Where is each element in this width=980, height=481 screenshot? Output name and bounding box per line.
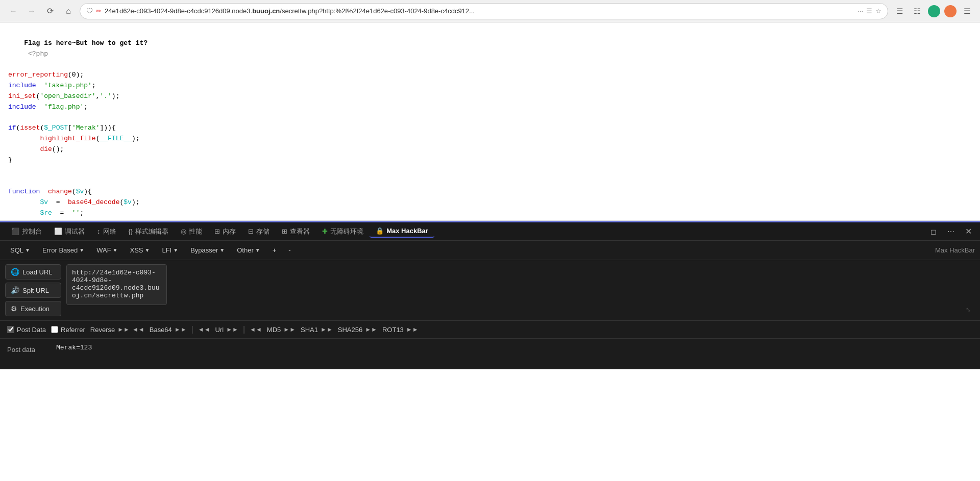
tab-network-label: 网络 [103,227,116,236]
sha1-btn[interactable]: ►► [321,326,333,333]
menu-xss[interactable]: XSS ▼ [125,244,155,256]
tab-style-editor[interactable]: {} 样式编辑器 [122,225,175,238]
referrer-checkbox[interactable] [51,326,58,333]
spit-url-button[interactable]: 🔊 Spit URL [5,283,61,298]
tab-inspector[interactable]: ⊞ 查看器 [276,225,316,238]
rot13-btn[interactable]: ►► [406,326,419,333]
url-item: Url ►► | ◄◄ [215,325,262,334]
lfi-label: LFI [162,246,172,254]
error-based-arrow: ▼ [79,247,84,253]
tab-console-label: 控制台 [22,227,42,236]
hackbar-url-section: 🌐 Load URL 🔊 Spit URL ⚙ Execution http:/… [0,260,980,320]
tab-console[interactable]: ⬛ 控制台 [5,225,48,238]
reader-icon: ☰ [866,7,872,15]
tab-debugger[interactable]: ⬜ 调试器 [48,225,91,238]
xss-label: XSS [130,246,143,254]
browser-actions: ☰ ☷ ☰ [892,4,974,18]
postdata-section-label: Post data [7,344,48,353]
remove-label: - [288,246,290,254]
menu-other[interactable]: Other ▼ [232,244,265,256]
more-icon: ··· [857,7,863,15]
home-button[interactable]: ⌂ [61,4,76,18]
load-url-label: Load URL [22,268,53,276]
style-icon: {} [129,227,133,235]
url-decode-btn[interactable]: ◄◄ [250,326,262,333]
reverse-item: Reverse ►► ◄◄ [90,326,144,334]
tab-style-label: 样式编辑器 [135,227,168,236]
post-data-label: Post Data [17,326,46,334]
url-input[interactable]: http://24e1d62e-c093-4024-9d8e-c4cdc9126… [66,264,167,305]
more-options-button[interactable]: ⋯ [944,225,958,238]
debugger-icon: ⬜ [54,227,62,235]
tab-accessibility[interactable]: ✚ 无障碍环境 [316,225,370,238]
devtools-right-actions: ◻ ⋯ ✕ [927,225,975,238]
tab-performance-label: 性能 [189,227,202,236]
md5-btn[interactable]: ►► [283,326,296,333]
waf-arrow: ▼ [113,247,118,253]
base64-decode-btn[interactable]: ◄◄ [198,326,210,333]
menu-sql[interactable]: SQL ▼ [5,244,35,256]
profile-avatar[interactable] [944,5,957,17]
menu-remove[interactable]: - [283,244,296,256]
forward-button[interactable]: → [24,4,39,18]
menu-bypasser[interactable]: Bypasser ▼ [185,244,230,256]
menu-lfi[interactable]: LFI ▼ [157,244,183,256]
account-button[interactable] [927,4,941,18]
referrer-toggle[interactable]: Referrer [51,326,85,334]
domain-bold: buuoj.cn [252,7,280,15]
base64-encode-btn[interactable]: ►► [175,326,187,333]
post-data-checkbox[interactable] [7,326,14,333]
tab-inspector-label: 查看器 [290,227,310,236]
code-display: Flag is here~But how to get it? <?php er… [0,22,980,221]
execution-icon: ⚙ [11,305,17,313]
address-bar[interactable]: 🛡 ✏ 24e1d62e-c093-4024-9d8e-c4cdc9126d09… [80,3,888,19]
url-encode-btn[interactable]: ►► [226,326,238,333]
menu-add[interactable]: + [267,244,282,256]
reload-button[interactable]: ⟳ [43,4,57,18]
tab-hackbar[interactable]: 🔒 Max HackBar [370,225,434,238]
sha256-btn[interactable]: ►► [365,326,377,333]
hackbar-menu: SQL ▼ Error Based ▼ WAF ▼ XSS ▼ LFI ▼ By… [0,241,980,260]
brand-label: Max HackBar [935,246,975,254]
hackbar-action-buttons: 🌐 Load URL 🔊 Spit URL ⚙ Execution [5,264,61,316]
php-tag: <?php [24,50,48,58]
post-data-toggle[interactable]: Post Data [7,326,46,334]
star-icon: ☆ [875,7,881,15]
menu-error-based[interactable]: Error Based ▼ [37,244,89,256]
rot13-item: ROT13 ►► [382,326,419,334]
postdata-input[interactable] [56,344,973,351]
reverse-arrow-right[interactable]: ►► [117,326,130,333]
sync-button[interactable]: ☷ [910,4,924,18]
tab-network[interactable]: ↕ 网络 [91,225,122,238]
sha1-item: SHA1 ►► [301,326,333,334]
reverse-label: Reverse [90,326,115,334]
tab-performance[interactable]: ◎ 性能 [175,225,208,238]
back-button[interactable]: ← [6,4,20,18]
bypasser-arrow: ▼ [219,247,225,253]
tab-storage[interactable]: ⊟ 存储 [242,225,276,238]
devtools-bar: ⬛ 控制台 ⬜ 调试器 ↕ 网络 {} 样式编辑器 ◎ 性能 ⊞ 内存 ⊟ 存储… [0,221,980,241]
waf-label: WAF [96,246,111,254]
menu-button[interactable]: ☰ [960,4,974,18]
sha256-label: SHA256 [338,326,362,334]
hackbar-brand: Max HackBar [935,246,975,254]
tab-accessibility-label: 无障碍环境 [330,227,363,236]
bookmarks-button[interactable]: ☰ [892,4,906,18]
close-devtools-button[interactable]: ✕ [962,225,975,238]
hackbar-toolbar: Post Data Referrer Reverse ►► ◄◄ Base64 … [0,320,980,339]
base64-item: Base64 ►► | ◄◄ [150,325,210,334]
hackbar-postdata-section: Post data [0,339,980,369]
sha256-item: SHA256 ►► [338,326,377,334]
reverse-arrow-left[interactable]: ◄◄ [132,326,144,333]
storage-icon: ⊟ [248,227,254,235]
execution-button[interactable]: ⚙ Execution [5,301,61,316]
tab-memory[interactable]: ⊞ 内存 [208,225,242,238]
load-url-button[interactable]: 🌐 Load URL [5,264,61,280]
dock-button[interactable]: ◻ [927,225,940,238]
menu-waf[interactable]: WAF ▼ [91,244,122,256]
sql-label: SQL [10,246,23,254]
tab-debugger-label: 调试器 [65,227,85,236]
load-url-icon: 🌐 [11,268,19,276]
code-title: Flag is here~But how to get it? [24,39,148,47]
shield-icon: 🛡 [86,7,93,15]
